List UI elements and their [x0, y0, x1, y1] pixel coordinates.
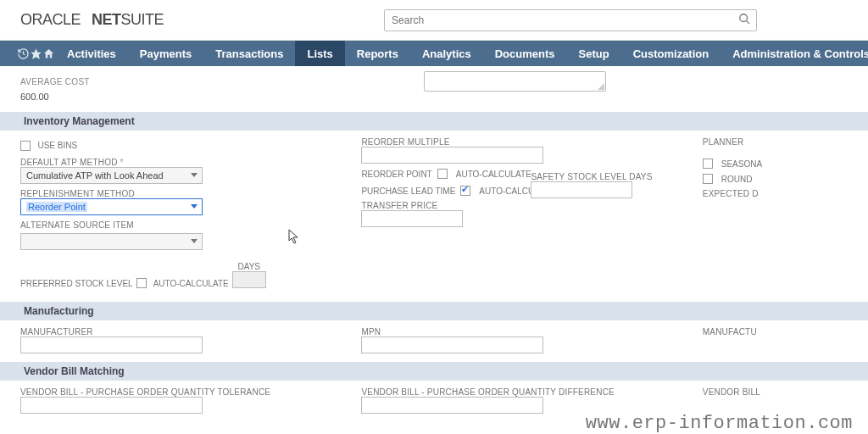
- history-icon[interactable]: [17, 41, 30, 66]
- pref-stock-auto-checkbox[interactable]: [136, 278, 147, 288]
- vbm-tolerance-label: VENDOR BILL - PURCHASE ORDER QUANTITY TO…: [20, 387, 361, 397]
- replenishment-method-label: REPLENISHMENT METHOD: [20, 189, 361, 198]
- nav-customization[interactable]: Customization: [621, 41, 721, 66]
- average-cost-value: 600.00: [20, 92, 49, 102]
- transfer-price-label: TRANSFER PRICE: [361, 201, 702, 210]
- reorder-point-auto-label: AUTO-CALCULATE: [456, 170, 531, 179]
- nav-reports[interactable]: Reports: [345, 41, 410, 66]
- reorder-point-label: REORDER POINT: [361, 170, 431, 179]
- brand-suite: SUITE: [121, 11, 164, 28]
- purchase-lead-auto-checkbox[interactable]: [460, 186, 470, 196]
- brand-logo: ORACLE NETSUITE: [20, 11, 164, 29]
- vbm-difference-input[interactable]: [361, 397, 543, 414]
- section-manufacturing: Manufacturing: [0, 302, 868, 320]
- nav-documents[interactable]: Documents: [483, 41, 567, 66]
- section-inventory-management: Inventory Management: [0, 112, 868, 131]
- manufacturer-label: MANUFACTURER: [20, 327, 361, 337]
- manufacture-cut-label: MANUFACTU: [703, 327, 848, 337]
- chevron-down-icon: [191, 204, 198, 209]
- svg-point-0: [740, 14, 748, 21]
- atp-method-select[interactable]: Cumulative ATP with Look Ahead: [20, 167, 203, 184]
- preferred-stock-label: PREFERRED STOCK LEVEL: [20, 279, 133, 288]
- brand-net: NET: [92, 11, 121, 28]
- vbm-cut-label: VENDOR BILL: [703, 387, 848, 397]
- mpn-input[interactable]: [361, 337, 543, 353]
- nav-activities[interactable]: Activities: [55, 41, 128, 66]
- svg-line-1: [747, 20, 750, 24]
- seasonal-label: SEASONA: [721, 159, 762, 169]
- brand-oracle: ORACLE: [20, 11, 81, 28]
- global-search-input[interactable]: [384, 9, 757, 31]
- vbm-difference-label: VENDOR BILL - PURCHASE ORDER QUANTITY DI…: [361, 387, 702, 397]
- reorder-multiple-input[interactable]: [361, 147, 543, 164]
- average-cost-label: AVERAGE COST: [20, 77, 90, 86]
- purchase-lead-label: PURCHASE LEAD TIME: [361, 186, 455, 196]
- home-icon[interactable]: [42, 41, 55, 66]
- chevron-down-icon: [191, 239, 198, 243]
- atp-method-value: Cumulative ATP with Look Ahead: [26, 170, 164, 181]
- memo-textarea[interactable]: [424, 71, 606, 92]
- seasonal-checkbox[interactable]: [703, 159, 713, 169]
- round-label: ROUND: [721, 175, 753, 184]
- resize-handle-icon[interactable]: [596, 81, 604, 90]
- nav-admin-controls[interactable]: Administration & Controls: [721, 41, 868, 66]
- safety-stock-days-label: SAFETY STOCK LEVEL DAYS: [531, 172, 652, 181]
- nav-setup[interactable]: Setup: [567, 41, 621, 66]
- nav-payments[interactable]: Payments: [128, 41, 203, 66]
- manufacturer-input[interactable]: [20, 337, 203, 353]
- star-icon[interactable]: [30, 41, 42, 66]
- expected-demand-label: EXPECTED D: [703, 189, 848, 198]
- reorder-multiple-label: REORDER MULTIPLE: [361, 137, 702, 147]
- watermark-text: www.erp-information.com: [586, 413, 853, 434]
- nav-analytics[interactable]: Analytics: [410, 41, 483, 66]
- atp-method-label: DEFAULT ATP METHOD: [20, 158, 118, 167]
- nav-lists[interactable]: Lists: [295, 41, 344, 66]
- alternate-source-select[interactable]: [20, 233, 203, 250]
- use-bins-label: USE BINS: [37, 141, 77, 150]
- alternate-source-label: ALTERNATE SOURCE ITEM: [20, 220, 361, 230]
- nav-transactions[interactable]: Transactions: [203, 41, 295, 66]
- round-checkbox[interactable]: [703, 174, 713, 184]
- main-navbar: Activities Payments Transactions Lists R…: [0, 41, 868, 66]
- reorder-point-auto-checkbox[interactable]: [437, 169, 448, 179]
- mouse-cursor-icon: [288, 229, 300, 247]
- search-icon[interactable]: [738, 13, 750, 27]
- section-vendor-bill-matching: Vendor Bill Matching: [0, 362, 868, 381]
- vbm-tolerance-input[interactable]: [20, 397, 203, 414]
- replenishment-method-value: Reorder Point: [26, 202, 87, 212]
- transfer-price-input[interactable]: [361, 210, 463, 227]
- planner-label: PLANNER: [703, 137, 848, 147]
- safety-stock-days-input[interactable]: [531, 181, 632, 198]
- mpn-label: MPN: [361, 327, 702, 337]
- use-bins-checkbox[interactable]: [20, 141, 31, 151]
- days-label: DAYS: [237, 262, 260, 271]
- chevron-down-icon: [191, 173, 198, 177]
- pref-stock-days-input[interactable]: [232, 271, 266, 288]
- pref-stock-auto-label: AUTO-CALCULATE: [153, 279, 229, 288]
- svg-marker-2: [31, 48, 42, 59]
- replenishment-method-select[interactable]: Reorder Point: [20, 198, 203, 215]
